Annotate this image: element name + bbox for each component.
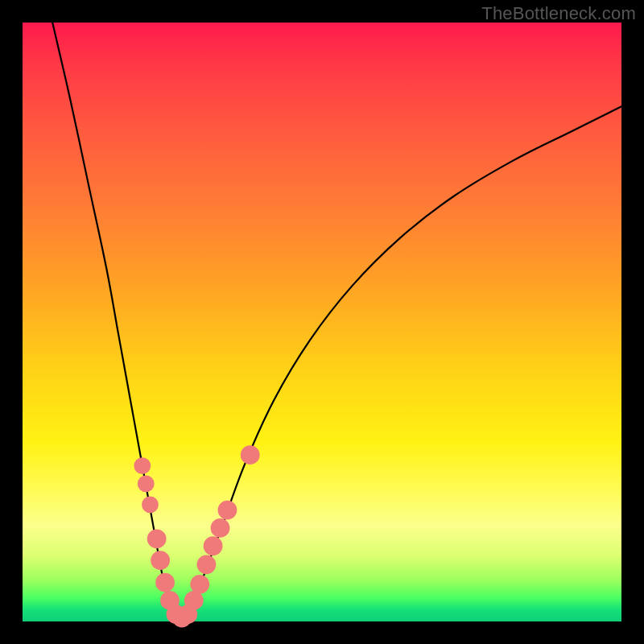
marker-dot (134, 457, 151, 474)
marker-dot (241, 445, 260, 464)
marker-dot (204, 536, 223, 555)
marker-dot (218, 501, 237, 520)
marker-dot (151, 551, 170, 570)
marker-dot (197, 555, 217, 574)
chart-frame: TheBottleneck.com (0, 0, 644, 644)
watermark-text: TheBottleneck.com (481, 3, 636, 24)
marker-dot (211, 518, 230, 538)
curve-svg (23, 23, 621, 621)
bottleneck-curve (52, 23, 621, 618)
marker-dot (138, 475, 155, 492)
marker-dot (190, 575, 209, 594)
marker-dot (142, 497, 159, 514)
plot-area (23, 23, 621, 621)
marker-dot (155, 573, 175, 592)
marker-dot (147, 529, 167, 548)
